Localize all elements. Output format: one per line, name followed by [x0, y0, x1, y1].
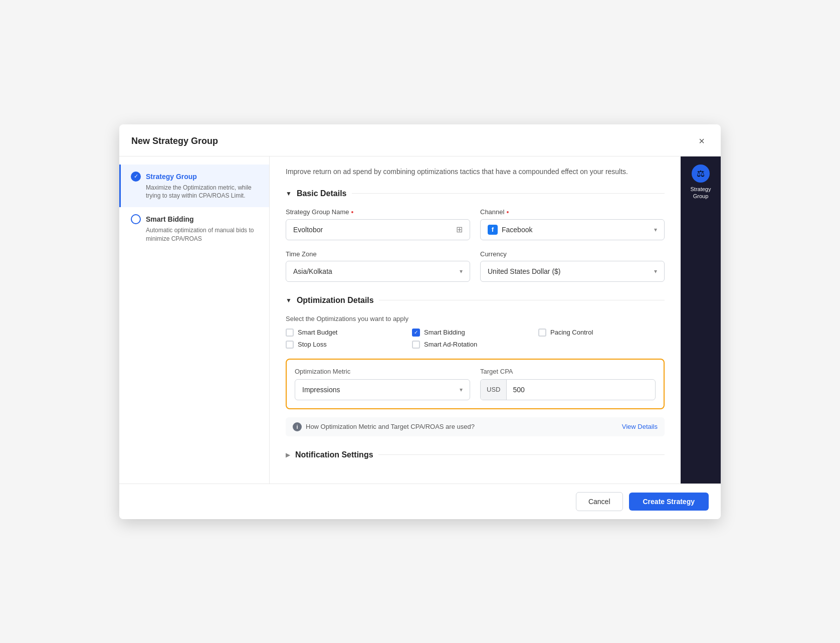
sidebar-item-strategy-group-title: Strategy Group [146, 173, 197, 181]
sidebar-item-smart-bidding[interactable]: Smart Bidding Automatic optimization of … [119, 207, 269, 250]
timezone-select[interactable]: Asia/Kolkata ▾ [286, 261, 470, 282]
notification-settings-section: ▶ Notification Settings [286, 450, 665, 459]
optimization-metric-select[interactable]: Impressions ▾ [295, 379, 470, 400]
info-text: How Optimization Metric and Target CPA/R… [306, 423, 475, 430]
cancel-button[interactable]: Cancel [576, 492, 623, 511]
metric-chevron-icon: ▾ [460, 386, 463, 393]
optimization-metric-group: Optimization Metric Impressions ▾ [295, 368, 470, 400]
basic-details-header: ▼ Basic Details [286, 189, 665, 198]
basic-details-row-1: Strategy Group Name • ⊞ Channel • [286, 208, 665, 240]
checkbox-row-2: Stop Loss Smart Ad-Rotation [286, 341, 665, 349]
checkbox-smart-budget[interactable]: Smart Budget [286, 329, 412, 337]
modal: New Strategy Group × ✓ Strategy Group Ma… [119, 124, 721, 519]
checkbox-grid: Smart Budget Smart Bidding Pacing Contro… [286, 329, 665, 337]
pacing-control-label: Pacing Control [550, 329, 593, 336]
optimization-metric-value: Impressions [302, 386, 340, 394]
right-panel-label: Strategy Group [685, 186, 717, 200]
currency-select[interactable]: United States Dollar ($) ▾ [480, 261, 665, 282]
create-strategy-button[interactable]: Create Strategy [629, 493, 709, 511]
notification-settings-toggle[interactable]: ▶ [286, 451, 290, 458]
sidebar-item-smart-bidding-title: Smart Bidding [146, 215, 194, 223]
optimization-details-divider [379, 300, 665, 300]
required-dot: • [351, 208, 353, 216]
scale-icon: ⚖ [697, 168, 705, 179]
stop-loss-checkbox[interactable] [286, 341, 294, 349]
smart-ad-rotation-checkbox[interactable] [412, 341, 420, 349]
channel-value: Facebook [502, 226, 532, 234]
currency-label: Currency [480, 250, 665, 258]
optimization-details-header: ▼ Optimization Details [286, 296, 665, 305]
stop-loss-label: Stop Loss [298, 341, 327, 348]
right-panel: ⚖ Strategy Group [681, 156, 721, 484]
info-icon: i [293, 422, 302, 431]
modal-header: New Strategy Group × [119, 124, 721, 156]
smart-budget-checkbox[interactable] [286, 329, 294, 337]
modal-title: New Strategy Group [131, 136, 218, 146]
optimization-metric-label: Optimization Metric [295, 368, 470, 375]
modal-body: ✓ Strategy Group Maximize the Optimizati… [119, 156, 721, 484]
basic-details-section: ▼ Basic Details Strategy Group Name • ⊞ [286, 189, 665, 282]
optimization-options: Select the Optimizations you want to app… [286, 315, 665, 349]
strategy-name-group: Strategy Group Name • ⊞ [286, 208, 470, 240]
strategy-name-input[interactable] [293, 226, 456, 234]
timezone-chevron-icon: ▾ [460, 268, 463, 275]
smart-bidding-label: Smart Bidding [424, 329, 465, 336]
sidebar-item-strategy-group-header: ✓ Strategy Group [131, 172, 259, 182]
channel-required-dot: • [506, 208, 509, 216]
checkbox-pacing-control[interactable]: Pacing Control [538, 329, 665, 337]
sidebar-item-smart-bidding-desc: Automatic optimization of manual bids to… [146, 226, 259, 243]
channel-select[interactable]: f Facebook ▾ [480, 219, 665, 240]
close-button[interactable]: × [695, 133, 709, 149]
channel-select-inner: f Facebook [488, 225, 532, 235]
table-icon: ⊞ [456, 225, 463, 234]
target-cpa-label: Target CPA [480, 368, 656, 375]
info-left: i How Optimization Metric and Target CPA… [293, 422, 475, 431]
smart-ad-rotation-label: Smart Ad-Rotation [424, 341, 477, 348]
strategy-name-input-wrapper[interactable]: ⊞ [286, 219, 470, 240]
facebook-icon: f [488, 225, 498, 235]
strategy-name-label: Strategy Group Name • [286, 208, 470, 216]
main-content: Improve return on ad spend by combining … [270, 156, 681, 484]
optimization-options-label: Select the Optimizations you want to app… [286, 315, 665, 323]
sidebar: ✓ Strategy Group Maximize the Optimizati… [119, 156, 270, 484]
target-cpa-group: Target CPA USD 500 [480, 368, 656, 400]
currency-chevron-icon: ▾ [654, 268, 657, 275]
channel-group: Channel • f Facebook ▾ [480, 208, 665, 240]
optimization-details-section: ▼ Optimization Details Select the Optimi… [286, 296, 665, 436]
sidebar-item-smart-bidding-header: Smart Bidding [131, 214, 259, 224]
channel-chevron-icon: ▾ [654, 226, 657, 233]
sidebar-item-strategy-group[interactable]: ✓ Strategy Group Maximize the Optimizati… [119, 165, 269, 208]
optimization-details-title: Optimization Details [297, 296, 374, 305]
info-row: i How Optimization Metric and Target CPA… [286, 417, 665, 436]
checkbox-stop-loss[interactable]: Stop Loss [286, 341, 412, 349]
optimization-details-toggle[interactable]: ▼ [286, 297, 292, 304]
strategy-group-icon: ⚖ [692, 165, 710, 183]
timezone-label: Time Zone [286, 250, 470, 258]
check-icon: ✓ [134, 174, 138, 179]
sidebar-item-strategy-group-icon: ✓ [131, 172, 141, 182]
notification-settings-header: ▶ Notification Settings [286, 450, 665, 459]
smart-bidding-checkbox[interactable] [412, 329, 420, 337]
basic-details-row-2: Time Zone Asia/Kolkata ▾ Currency United… [286, 250, 665, 282]
sidebar-item-strategy-group-desc: Maximize the Optimization metric, while … [146, 184, 259, 201]
basic-details-divider [352, 193, 665, 194]
pacing-control-checkbox[interactable] [538, 329, 546, 337]
target-cpa-input[interactable]: USD 500 [480, 379, 656, 400]
checkbox-smart-bidding[interactable]: Smart Bidding [412, 329, 538, 337]
checkbox-smart-ad-rotation[interactable]: Smart Ad-Rotation [412, 341, 538, 349]
intro-text: Improve return on ad spend by combining … [286, 167, 665, 177]
metric-box: Optimization Metric Impressions ▾ Target… [286, 359, 665, 409]
modal-footer: Cancel Create Strategy [119, 484, 721, 519]
timezone-group: Time Zone Asia/Kolkata ▾ [286, 250, 470, 282]
basic-details-title: Basic Details [297, 189, 347, 198]
timezone-value: Asia/Kolkata [293, 267, 332, 275]
basic-details-toggle[interactable]: ▼ [286, 190, 292, 197]
view-details-link[interactable]: View Details [622, 423, 658, 430]
usd-badge: USD [481, 380, 507, 400]
channel-label: Channel • [480, 208, 665, 216]
target-cpa-value: 500 [507, 386, 530, 394]
notification-settings-title: Notification Settings [295, 450, 373, 459]
placeholder-cell [538, 341, 665, 349]
smart-budget-label: Smart Budget [298, 329, 338, 336]
sidebar-item-smart-bidding-icon [131, 214, 141, 224]
